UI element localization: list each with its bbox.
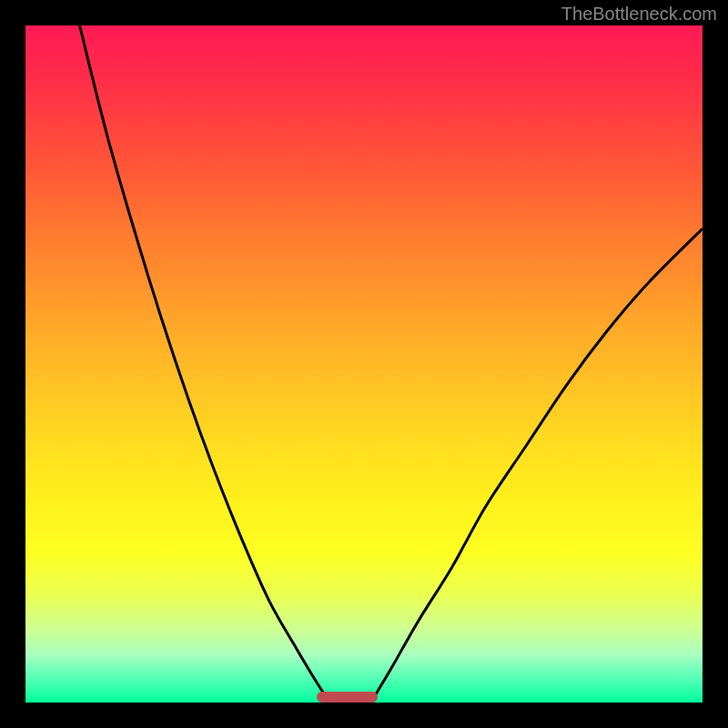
watermark-text: TheBottleneck.com [561,4,717,25]
right-curve [370,228,703,703]
curves-svg [25,25,703,703]
left-curve [80,25,330,703]
plot-area [25,25,703,703]
bottleneck-marker [317,692,378,703]
chart-container: TheBottleneck.com [0,0,728,728]
